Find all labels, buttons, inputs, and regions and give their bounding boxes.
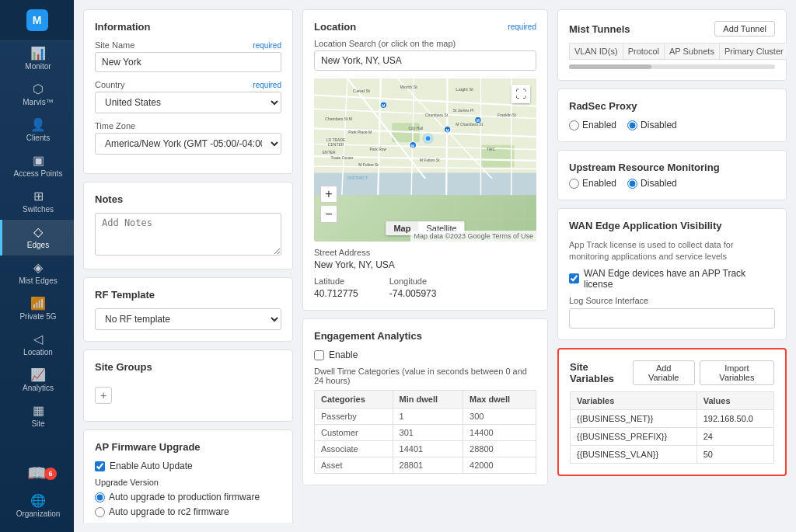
upstream-resource-card: Upstream Resource Monitoring Enabled Dis… — [557, 150, 787, 200]
map-copyright: Map data ©2023 Google Terms of Use — [410, 231, 536, 242]
map-container[interactable]: M M M M Canal St Worth St — [314, 78, 536, 242]
map-zoom-out-button[interactable]: − — [320, 206, 337, 223]
sidebar-item-access-points[interactable]: ▣ Access Points — [0, 148, 74, 184]
site-groups-title: Site Groups — [95, 361, 281, 373]
location-required: required — [508, 23, 536, 31]
engagement-title: Engagement Analytics — [314, 330, 536, 342]
coordinates-section: Latitude 40.712775 Longitude -74.005973 — [314, 276, 536, 299]
timezone-select[interactable]: America/New York (GMT -05:00/-04:00) — [95, 133, 281, 155]
engagement-enable-checkbox[interactable]: Enable — [314, 349, 536, 360]
wan-edge-checkbox[interactable]: WAN Edge devices have an APP Track licen… — [569, 268, 775, 290]
notes-title: Notes — [95, 193, 281, 205]
select-version-link[interactable]: Select Version — [230, 521, 281, 523]
sv-col-values: Values — [696, 391, 773, 409]
dwell-time-table: Categories Min dwell Max dwell Passerby1… — [314, 390, 536, 474]
map-expand-button[interactable]: ⛶ — [511, 85, 530, 103]
organization-icon: 🌐 — [30, 495, 46, 507]
svg-text:Chambers St: Chambers St — [425, 113, 449, 117]
enable-auto-update-checkbox[interactable]: Enable Auto Update — [95, 461, 281, 471]
svg-text:City Hall: City Hall — [409, 126, 424, 130]
sidebar-item-analytics[interactable]: 📈 Analytics — [0, 363, 74, 398]
upstream-enabled-option[interactable]: Enabled — [569, 178, 616, 189]
map-zoom-in-button[interactable]: + — [320, 186, 337, 203]
dwell-table-row: Customer30114400 — [315, 425, 536, 441]
rf-template-card: RF Template No RF template — [83, 277, 293, 342]
svg-line-13 — [446, 78, 447, 195]
svg-text:Park Place M: Park Place M — [348, 130, 372, 134]
site-variable-row: {{BUSINESS_PREFIX}}24 — [571, 427, 774, 445]
private-5g-icon: 📶 — [30, 297, 46, 310]
sidebar-item-switches[interactable]: ⊞ Switches — [0, 184, 74, 220]
import-variables-button[interactable]: Import Variables — [700, 360, 774, 385]
sidebar-item-label: Switches — [23, 205, 54, 214]
radsec-radio-group: Enabled Disabled — [569, 120, 775, 130]
upstream-disabled-option[interactable]: Disabled — [627, 178, 677, 189]
site-name-input[interactable] — [95, 52, 281, 72]
col-protocol: Protocol — [623, 43, 664, 60]
monitor-icon: 📊 — [30, 47, 46, 60]
country-select[interactable]: United States — [95, 92, 281, 113]
svg-text:M: M — [411, 144, 414, 148]
mist-tunnels-table: VLAN ID(s) Protocol AP Subnets Primary C… — [569, 43, 787, 60]
sidebar-item-marvis[interactable]: ⬡ Marvis™ — [0, 77, 74, 113]
sidebar-item-label: Site — [31, 419, 44, 428]
sidebar-item-clients[interactable]: 👤 Clients — [0, 113, 74, 148]
sidebar-item-edges[interactable]: ◇ Edges — [0, 220, 74, 256]
site-variables-card: Site Variables Add Variable Import Varia… — [557, 348, 787, 476]
firmware-options: Auto upgrade to production firmware Auto… — [95, 492, 281, 523]
sidebar-item-monitor[interactable]: 📊 Monitor — [0, 41, 74, 77]
log-source-input[interactable] — [569, 308, 775, 329]
marvis-icon: ⬡ — [33, 83, 44, 96]
col-ap-subnets: AP Subnets — [664, 43, 719, 60]
switches-icon: ⊞ — [33, 190, 44, 203]
firmware-option-rc2[interactable]: Auto upgrade to rc2 firmware — [95, 506, 281, 517]
dwell-table-row: Passerby1300 — [315, 409, 536, 425]
firmware-option-production[interactable]: Auto upgrade to production firmware — [95, 492, 281, 502]
add-variable-button[interactable]: Add Variable — [633, 360, 695, 385]
add-tunnel-button[interactable]: Add Tunnel — [714, 21, 775, 37]
site-name-field: Site Name required — [95, 40, 281, 72]
svg-text:TWC: TWC — [487, 147, 496, 151]
upgrade-version-label: Upgrade Version — [95, 478, 281, 487]
location-search-input[interactable] — [314, 50, 536, 71]
sidebar-item-site[interactable]: ▦ Site — [0, 398, 74, 434]
sidebar-item-label: Mist Edges — [19, 276, 57, 285]
map-expand-controls[interactable]: ⛶ — [511, 85, 530, 103]
svg-text:Worth St: Worth St — [400, 85, 417, 89]
sidebar-item-organization[interactable]: 🌐 Organization — [0, 489, 74, 524]
sidebar-item-label: Access Points — [14, 169, 63, 178]
sidebar-logo: M — [0, 0, 74, 41]
sidebar-item-label: Private 5G — [19, 312, 56, 321]
radsec-disabled-option[interactable]: Disabled — [627, 120, 677, 130]
mist-tunnels-title: Mist Tunnels — [569, 23, 630, 35]
radsec-enabled-option[interactable]: Enabled — [569, 120, 616, 130]
latitude-value: 40.712775 — [314, 288, 358, 299]
svg-text:ENTER: ENTER — [323, 150, 336, 155]
svg-text:DISTRICT: DISTRICT — [347, 176, 368, 180]
log-source-label: Log Source Interface — [569, 296, 775, 305]
svg-text:St James Pl: St James Pl — [453, 108, 474, 113]
firmware-option-custom[interactable]: Auto upgrade to custom firmware Select V… — [95, 521, 281, 523]
sidebar-item-private-5g[interactable]: 📶 Private 5G — [0, 291, 74, 327]
wan-edge-description: App Track license is used to collect dat… — [569, 239, 775, 263]
notes-textarea[interactable] — [95, 213, 281, 256]
svg-text:CENTER: CENTER — [328, 142, 344, 147]
rf-template-select[interactable]: No RF template — [95, 308, 281, 330]
svg-text:Park Row: Park Row — [370, 147, 387, 151]
sidebar-bottom: 📖 6 🌐 Organization — [0, 456, 74, 532]
edges-icon: ◇ — [33, 226, 43, 238]
panel-right: Mist Tunnels Add Tunnel VLAN ID(s) Proto… — [557, 9, 787, 523]
longitude-value: -74.005973 — [389, 288, 437, 299]
site-variable-row: {{BUSINESS_VLAN}}50 — [571, 445, 774, 463]
street-address-section: Street Address New York, NY, USA — [314, 248, 536, 270]
panel-left: Information Site Name required Country r… — [83, 9, 293, 523]
mist-tunnels-card: Mist Tunnels Add Tunnel VLAN ID(s) Proto… — [557, 9, 787, 81]
location-title: Location — [314, 21, 356, 33]
sidebar-item-label: Analytics — [23, 384, 54, 392]
country-label: Country required — [95, 80, 281, 89]
sidebar-item-location[interactable]: ◁ Location — [0, 327, 74, 363]
location-card: Location required Location Search (or cl… — [302, 9, 548, 311]
sidebar-item-mist-edges[interactable]: ◈ Mist Edges — [0, 256, 74, 291]
street-address-value: New York, NY, USA — [314, 259, 536, 270]
site-groups-add-button[interactable]: + — [95, 387, 112, 404]
